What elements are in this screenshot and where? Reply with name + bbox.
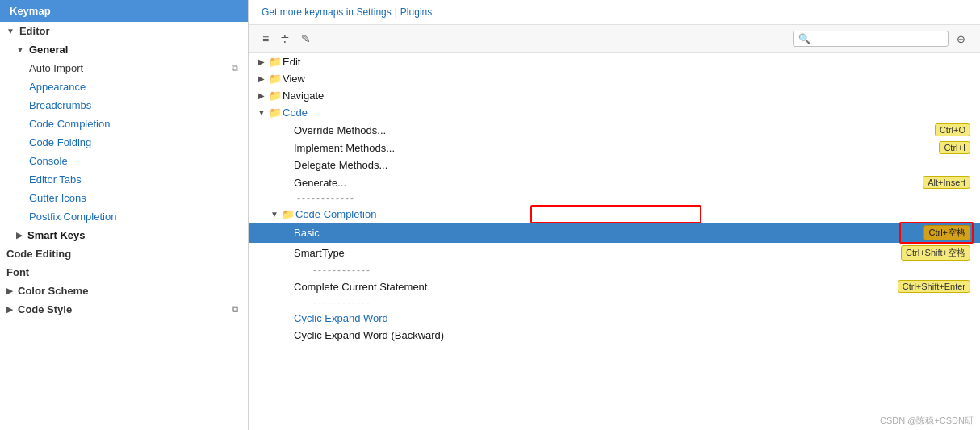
collapse-all-button[interactable]: ≑: [276, 30, 294, 48]
expand-all-button[interactable]: ≡: [258, 30, 273, 48]
sidebar-label: Auto Import: [29, 62, 83, 74]
sidebar-label: Code Folding: [29, 136, 91, 148]
expand-icon: ▼: [6, 27, 15, 35]
edit-button[interactable]: ✎: [297, 30, 315, 48]
tree-item-complete-current[interactable]: Complete Current Statement Ctrl+Shift+En…: [249, 278, 980, 295]
sidebar-item-editor-tabs[interactable]: Editor Tabs: [0, 170, 248, 189]
tree-label: Basic: [294, 227, 923, 239]
sidebar-header: Keymap: [0, 0, 248, 22]
tree-label: Override Methods...: [294, 124, 935, 136]
sidebar-item-postfix-completion[interactable]: Postfix Completion: [0, 207, 248, 226]
tree-item-implement[interactable]: Implement Methods... Ctrl+I: [249, 139, 980, 157]
sidebar-label: Console: [29, 155, 68, 167]
plugins-link[interactable]: Plugins: [400, 6, 432, 18]
expand-icon: ▶: [6, 286, 13, 295]
tree-label: Generate...: [294, 177, 923, 189]
tree-label: Cyclic Expand Word: [294, 312, 974, 324]
expand-icon: ▶: [6, 305, 13, 314]
sidebar-label: Breadcrumbs: [29, 99, 91, 111]
shortcut-badge: Alt+Insert: [923, 176, 970, 189]
main-panel: Get more keymaps in Settings | Plugins ≡…: [249, 0, 980, 430]
sidebar-item-general[interactable]: ▼ General: [0, 40, 248, 59]
tree-label: Navigate: [283, 90, 974, 102]
tree-arrow-navigate: ▶: [255, 91, 268, 100]
folder-icon: 📁: [281, 208, 295, 220]
tree-item-override[interactable]: Override Methods... Ctrl+O: [249, 121, 980, 139]
tree-arrow-cc: ▼: [268, 210, 281, 219]
tree-item-view[interactable]: ▶ 📁 View: [249, 70, 980, 87]
search-box: 🔍: [793, 31, 949, 47]
sidebar-item-code-folding[interactable]: Code Folding: [0, 133, 248, 152]
tree-item-code-completion-folder[interactable]: ▼ 📁 Code Completion: [249, 206, 980, 223]
search-input[interactable]: [814, 33, 943, 44]
sidebar-item-code-completion[interactable]: Code Completion: [0, 115, 248, 133]
sidebar-item-console[interactable]: Console: [0, 152, 248, 170]
search-icon: 🔍: [798, 33, 810, 44]
sidebar-label: General: [29, 44, 68, 56]
tree-label: Edit: [283, 56, 974, 68]
tree-label: Complete Current Statement: [294, 281, 898, 293]
sidebar-item-breadcrumbs[interactable]: Breadcrumbs: [0, 96, 248, 115]
sidebar-item-smart-keys[interactable]: ▶ Smart Keys: [0, 226, 248, 244]
tree-item-basic[interactable]: Basic Ctrl+空格: [249, 223, 980, 243]
sidebar-label: Appearance: [29, 81, 86, 93]
tree-item-edit[interactable]: ▶ 📁 Edit: [249, 53, 980, 70]
sidebar-label: Code Editing: [6, 248, 71, 260]
sidebar-item-color-scheme[interactable]: ▶ Color Scheme: [0, 282, 248, 300]
tree-item-generate[interactable]: Generate... Alt+Insert: [249, 173, 980, 191]
sidebar-item-code-editing[interactable]: Code Editing: [0, 244, 248, 263]
tree-label: View: [283, 73, 974, 85]
expand-icon: ▼: [16, 45, 24, 54]
sidebar-label: Code Style: [18, 303, 72, 315]
separator-item: ------------: [249, 263, 980, 278]
tree-label: Delegate Methods...: [294, 159, 974, 171]
tree-item-smarttype[interactable]: SmartType Ctrl+Shift+空格: [249, 243, 980, 263]
folder-icon: 📁: [268, 56, 283, 68]
sidebar-label: Smart Keys: [27, 229, 86, 241]
tree-item-delegate[interactable]: Delegate Methods...: [249, 157, 980, 173]
sidebar-item-appearance[interactable]: Appearance: [0, 77, 248, 96]
tree-label: Implement Methods...: [294, 142, 939, 154]
shortcut-badge: Ctrl+Shift+空格: [901, 245, 970, 261]
sidebar-label: Editor Tabs: [29, 173, 82, 186]
folder-icon: 📁: [268, 106, 283, 119]
separator-item: ------------: [249, 191, 980, 206]
topbar: Get more keymaps in Settings | Plugins: [249, 0, 980, 25]
shortcut-badge: Ctrl+Shift+Enter: [898, 280, 970, 293]
sidebar-item-editor[interactable]: ▼ Editor: [0, 22, 248, 40]
watermark: CSDN @陈稳+CSDN研: [880, 415, 974, 427]
tree-area: ▶ 📁 Edit ▶ 📁 View ▶ 📁 Navigate ▼ 📁 Code: [249, 53, 980, 430]
tree-label: Code: [283, 106, 974, 119]
shortcut-badge: Ctrl+O: [935, 123, 970, 136]
tree-label: SmartType: [294, 247, 901, 259]
sidebar-item-gutter-icons[interactable]: Gutter Icons: [0, 189, 248, 207]
sidebar-label: Code Completion: [29, 118, 110, 130]
sidebar-label: Editor: [19, 25, 50, 37]
copy-icon: ⧉: [232, 304, 238, 315]
separator-item: ------------: [249, 295, 980, 310]
sidebar-item-auto-import[interactable]: Auto Import ⧉: [0, 59, 248, 77]
folder-icon: 📁: [268, 90, 283, 102]
sidebar-label: Color Scheme: [18, 285, 88, 297]
tree-arrow-view: ▶: [255, 74, 268, 83]
shortcut-badge: Ctrl+空格: [923, 225, 970, 240]
sidebar-label: Font: [6, 266, 29, 278]
sidebar-label: Postfix Completion: [29, 211, 116, 223]
find-usages-button[interactable]: ⊕: [952, 31, 970, 48]
expand-icon: ▶: [16, 231, 23, 240]
tree-item-navigate[interactable]: ▶ 📁 Navigate: [249, 87, 980, 104]
tree-item-cyclic-expand-backward[interactable]: Cyclic Expand Word (Backward): [249, 327, 980, 344]
tree-item-code[interactable]: ▼ 📁 Code: [249, 104, 980, 121]
tree-label: Code Completion: [295, 208, 974, 220]
tree-arrow-edit: ▶: [255, 57, 268, 66]
toolbar: ≡ ≑ ✎ 🔍 ⊕: [249, 25, 980, 53]
sidebar: Keymap ▼ Editor ▼ General Auto Import ⧉ …: [0, 0, 249, 430]
separator: |: [395, 6, 397, 18]
folder-icon: 📁: [268, 73, 283, 85]
tree-item-cyclic-expand[interactable]: Cyclic Expand Word: [249, 310, 980, 327]
tree-arrow-code: ▼: [255, 108, 268, 117]
shortcut-badge: Ctrl+I: [939, 141, 970, 154]
sidebar-item-font[interactable]: Font: [0, 263, 248, 282]
settings-link[interactable]: Get more keymaps in Settings: [262, 6, 392, 18]
sidebar-item-code-style[interactable]: ▶ Code Style ⧉: [0, 300, 248, 319]
